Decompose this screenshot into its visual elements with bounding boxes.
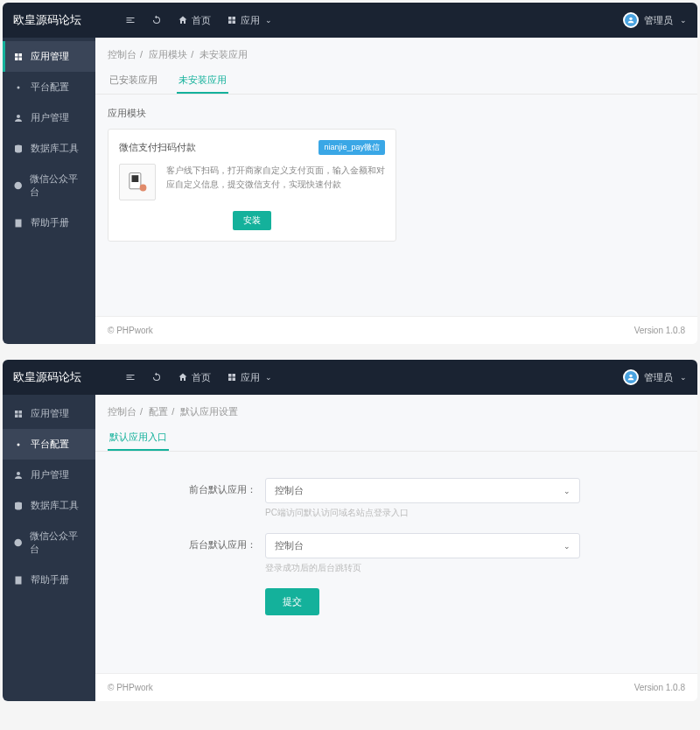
sidebar-item-apps[interactable]: 应用管理	[3, 398, 95, 429]
user-menu[interactable]: 管理员 ⌄	[623, 369, 687, 385]
brand-title: 欧皇源码论坛	[13, 12, 81, 28]
svg-point-4	[14, 182, 22, 190]
username: 管理员	[644, 371, 673, 384]
footer-version: Version 1.0.8	[634, 326, 685, 335]
user-menu[interactable]: 管理员 ⌄	[623, 12, 687, 28]
home-link[interactable]: 首页	[178, 14, 211, 27]
refresh-icon[interactable]	[151, 372, 162, 383]
hint-front: PC端访问默认访问域名站点登录入口	[265, 507, 580, 519]
crumb-1[interactable]: 配置	[149, 406, 168, 417]
tabs: 已安装应用 未安装应用	[95, 61, 697, 95]
collapse-icon[interactable]	[125, 15, 136, 25]
tab-default-entry[interactable]: 默认应用入口	[108, 425, 169, 451]
select-value: 控制台	[275, 539, 304, 552]
apps-dropdown[interactable]: 应用⌄	[227, 371, 272, 384]
svg-point-0	[629, 18, 632, 20]
sidebar-item-wechat[interactable]: 微信公众平台	[3, 164, 95, 207]
svg-point-12	[14, 539, 22, 547]
refresh-icon[interactable]	[151, 15, 162, 25]
label-back-default: 后台默认应用：	[108, 533, 265, 551]
crumb-0[interactable]: 控制台	[108, 406, 136, 417]
select-front-default[interactable]: 控制台 ⌄	[265, 478, 580, 503]
card-badge: nianjie_pay微信	[318, 140, 385, 155]
chevron-down-icon: ⌄	[680, 16, 687, 25]
card-thumbnail	[119, 164, 156, 200]
chevron-down-icon: ⌄	[680, 373, 687, 382]
svg-point-8	[629, 375, 632, 377]
sidebar-item-wechat[interactable]: 微信公众平台	[3, 521, 95, 565]
window-settings: 欧皇源码论坛 首页 应用⌄ 管理员 ⌄ 应用管理 平台配置 用户管理 数据库工具…	[3, 360, 697, 701]
hint-back: 登录成功后的后台跳转页	[265, 562, 580, 574]
brand-title: 欧皇源码论坛	[13, 369, 81, 385]
tab-not-installed[interactable]: 未安装应用	[177, 68, 228, 94]
svg-point-7	[140, 185, 147, 192]
apps-dropdown[interactable]: 应用⌄	[227, 14, 272, 27]
svg-point-10	[17, 472, 20, 475]
sidebar-item-users[interactable]: 用户管理	[3, 460, 95, 490]
sidebar-item-users[interactable]: 用户管理	[3, 102, 95, 133]
chevron-down-icon: ⌄	[564, 487, 570, 495]
submit-button[interactable]: 提交	[265, 588, 319, 615]
crumb-0[interactable]: 控制台	[108, 49, 136, 60]
crumb-2: 未安装应用	[200, 49, 248, 60]
svg-point-1	[18, 86, 20, 88]
username: 管理员	[644, 14, 673, 27]
avatar-icon	[623, 369, 639, 385]
section-title: 应用模块	[108, 107, 685, 120]
sidebar-item-platform[interactable]: 平台配置	[3, 429, 95, 460]
svg-point-2	[17, 115, 20, 118]
tab-installed[interactable]: 已安装应用	[108, 68, 159, 94]
sidebar-item-db[interactable]: 数据库工具	[3, 133, 95, 164]
window-apps: 欧皇源码论坛 首页 应用⌄ 管理员 ⌄ 应用管理 平台配置 用户管理 数据库工具…	[3, 3, 697, 344]
svg-rect-6	[132, 175, 139, 182]
crumb-2: 默认应用设置	[180, 406, 238, 417]
module-card: 微信支付扫码付款 nianjie_pay微信 客户线下扫码，打开商家自定义支付页…	[108, 129, 396, 242]
collapse-icon[interactable]	[125, 372, 136, 383]
select-value: 控制台	[275, 484, 304, 497]
sidebar-item-help[interactable]: 帮助手册	[3, 207, 95, 238]
label-front-default: 前台默认应用：	[108, 478, 265, 496]
sidebar-item-apps[interactable]: 应用管理	[3, 41, 95, 72]
install-button[interactable]: 安装	[233, 211, 271, 230]
topbar: 欧皇源码论坛 首页 应用⌄ 管理员 ⌄	[3, 360, 697, 395]
sidebar: 应用管理 平台配置 用户管理 数据库工具 微信公众平台 帮助手册	[3, 395, 95, 701]
svg-point-9	[18, 443, 20, 446]
sidebar: 应用管理 平台配置 用户管理 数据库工具 微信公众平台 帮助手册	[3, 38, 95, 344]
chevron-down-icon: ⌄	[564, 542, 570, 551]
footer-version: Version 1.0.8	[634, 683, 685, 692]
card-description: 客户线下扫码，打开商家自定义支付页面，输入金额和对应自定义信息，提交微信支付，实…	[166, 164, 385, 200]
sidebar-item-platform[interactable]: 平台配置	[3, 72, 95, 102]
select-back-default[interactable]: 控制台 ⌄	[265, 533, 580, 558]
sidebar-item-db[interactable]: 数据库工具	[3, 490, 95, 521]
breadcrumb: 控制台/ 配置/ 默认应用设置	[95, 395, 697, 418]
home-link[interactable]: 首页	[178, 371, 211, 384]
sidebar-item-help[interactable]: 帮助手册	[3, 565, 95, 595]
card-title: 微信支付扫码付款	[119, 141, 196, 154]
footer-copyright: © PHPwork	[108, 326, 153, 335]
footer-copyright: © PHPwork	[108, 683, 153, 692]
breadcrumb: 控制台/ 应用模块/ 未安装应用	[95, 38, 697, 61]
crumb-1[interactable]: 应用模块	[149, 49, 187, 60]
avatar-icon	[623, 12, 639, 28]
topbar: 欧皇源码论坛 首页 应用⌄ 管理员 ⌄	[3, 3, 697, 38]
tabs: 默认应用入口	[95, 418, 697, 452]
